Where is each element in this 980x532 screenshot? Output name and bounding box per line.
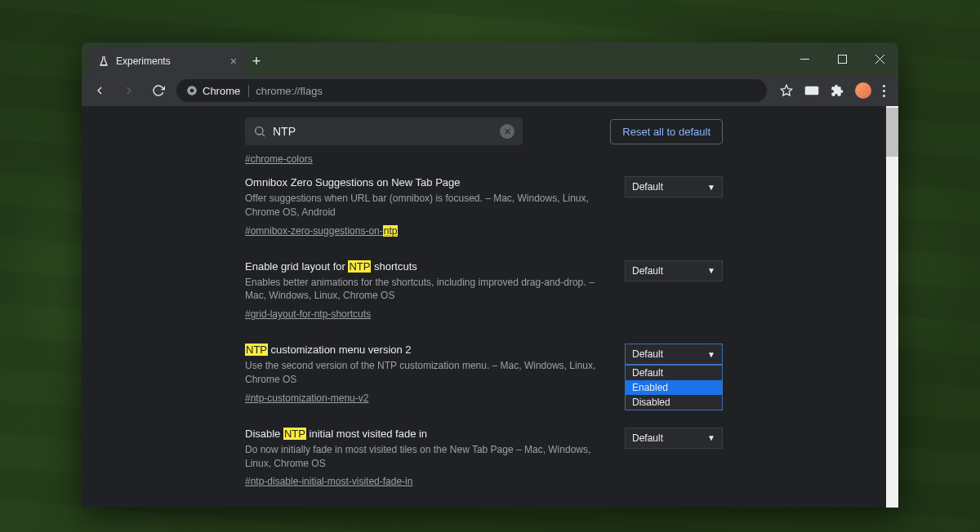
titlebar: Experiments × + bbox=[82, 42, 898, 75]
url-chip: Chrome bbox=[186, 85, 249, 97]
flag-title: Disable NTP initial most visited fade in bbox=[245, 428, 608, 440]
tab-title: Experiments bbox=[116, 55, 171, 67]
profile-avatar[interactable] bbox=[855, 82, 871, 99]
svg-point-8 bbox=[256, 127, 263, 135]
browser-tab[interactable]: Experiments × bbox=[90, 47, 245, 75]
flag-description: Use the second version of the NTP custom… bbox=[245, 359, 608, 387]
svg-line-9 bbox=[262, 134, 265, 136]
flag-title: Enable grid layout for NTP shortcuts bbox=[245, 260, 608, 273]
flags-search-input[interactable] bbox=[273, 125, 493, 138]
chrome-icon bbox=[186, 85, 198, 96]
browser-window: Experiments × + Chrome chrome://flags bbox=[82, 42, 898, 508]
browser-toolbar: Chrome chrome://flags bbox=[82, 75, 898, 106]
flag-hash-link[interactable]: #ntp-disable-initial-most-visited-fade-i… bbox=[245, 476, 412, 487]
flag-title: NTP customization menu version 2 bbox=[245, 344, 608, 356]
flag-select[interactable]: Default▼ bbox=[625, 344, 723, 365]
svg-rect-7 bbox=[805, 86, 819, 95]
flag-select[interactable]: Default▼ bbox=[625, 428, 723, 449]
flag-description: Do now initially fade in most visited ti… bbox=[245, 443, 608, 471]
url-chip-label: Chrome bbox=[203, 85, 240, 97]
clear-search-icon[interactable]: ✕ bbox=[500, 124, 514, 139]
flag-title: Omnibox Zero Suggestions on New Tab Page bbox=[245, 176, 608, 188]
flag-hash-link[interactable]: #omnibox-zero-suggestions-on-ntp bbox=[245, 225, 398, 237]
address-bar[interactable]: Chrome chrome://flags bbox=[176, 79, 767, 102]
flag-description: Offer suggestions when URL bar (omnibox)… bbox=[245, 192, 608, 219]
flag-select-dropdown: DefaultEnabledDisabled bbox=[625, 365, 723, 410]
tab-close-icon[interactable]: × bbox=[230, 55, 237, 68]
dropdown-option[interactable]: Enabled bbox=[626, 380, 722, 395]
prior-flag-remnant: #chrome-colors bbox=[82, 153, 886, 165]
new-tab-button[interactable]: + bbox=[245, 47, 268, 75]
reload-button[interactable] bbox=[147, 79, 170, 102]
flags-page: ✕ Reset all to default #chrome-colors Om… bbox=[82, 106, 886, 508]
star-icon[interactable] bbox=[780, 84, 793, 97]
maximize-button[interactable] bbox=[823, 42, 861, 75]
flask-icon bbox=[98, 55, 109, 67]
flag-item: NTP customization menu version 2Use the … bbox=[245, 332, 723, 416]
flag-item: Real search box in New Tab PageEnables a… bbox=[245, 499, 723, 508]
flag-hash-link[interactable]: #chrome-colors bbox=[245, 153, 313, 165]
svg-rect-1 bbox=[838, 55, 846, 63]
window-controls bbox=[786, 42, 898, 75]
extension-icon-1[interactable] bbox=[804, 85, 819, 96]
dropdown-option[interactable]: Disabled bbox=[626, 395, 722, 410]
menu-button[interactable] bbox=[883, 85, 885, 97]
search-icon bbox=[253, 125, 266, 138]
back-button[interactable] bbox=[88, 79, 111, 102]
minimize-button[interactable] bbox=[786, 42, 823, 75]
flag-item: Disable NTP initial most visited fade in… bbox=[245, 416, 723, 500]
close-window-button[interactable] bbox=[861, 42, 898, 75]
svg-point-5 bbox=[190, 89, 194, 93]
flag-description: Enables better animations for the shortc… bbox=[245, 276, 608, 304]
forward-button[interactable] bbox=[118, 79, 140, 102]
extensions-icon[interactable] bbox=[831, 84, 844, 97]
flag-hash-link[interactable]: #grid-layout-for-ntp-shortcuts bbox=[245, 308, 371, 320]
flag-item: Omnibox Zero Suggestions on New Tab Page… bbox=[245, 165, 723, 249]
flags-search-box[interactable]: ✕ bbox=[245, 117, 523, 145]
url-path: chrome://flags bbox=[256, 85, 323, 97]
reset-all-button[interactable]: Reset all to default bbox=[610, 119, 723, 144]
vertical-scrollbar[interactable] bbox=[886, 106, 898, 508]
flag-item: Enable grid layout for NTP shortcutsEnab… bbox=[245, 249, 723, 333]
svg-marker-6 bbox=[781, 85, 791, 95]
flag-select[interactable]: Default▼ bbox=[625, 260, 723, 282]
scrollbar-thumb[interactable] bbox=[886, 108, 898, 157]
flag-hash-link[interactable]: #ntp-customization-menu-v2 bbox=[245, 392, 368, 404]
dropdown-option[interactable]: Default bbox=[626, 366, 722, 380]
flag-select[interactable]: Default▼ bbox=[625, 176, 723, 197]
